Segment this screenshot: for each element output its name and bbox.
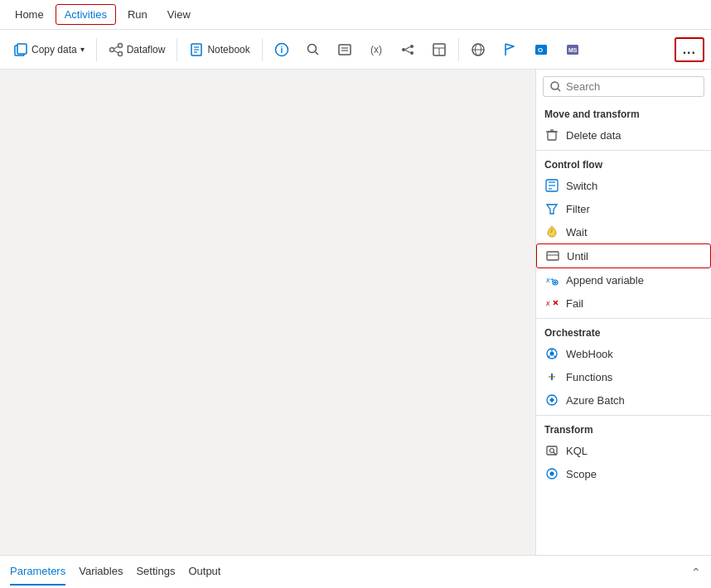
svg-text:x: x (545, 299, 550, 307)
outlook-icon: O (534, 42, 549, 57)
svg-text:MS: MS (568, 47, 578, 53)
pipeline-icon (400, 42, 415, 57)
dataflow-icon (109, 42, 123, 57)
svg-point-13 (307, 44, 316, 52)
menu-home[interactable]: Home (7, 5, 52, 24)
collapse-icon[interactable]: ⌃ (691, 566, 701, 579)
until-label: Until (567, 250, 588, 263)
tab-output[interactable]: Output (188, 558, 220, 586)
divider-orchestrate (536, 415, 711, 416)
svg-marker-43 (547, 205, 557, 214)
azure-batch-label: Azure Batch (566, 394, 625, 407)
menu-activities[interactable]: Activities (56, 4, 116, 25)
table-icon (432, 42, 447, 57)
flag-button[interactable] (496, 39, 524, 60)
tab-parameters[interactable]: Parameters (10, 558, 65, 586)
svg-point-2 (109, 47, 114, 51)
globe-icon (471, 42, 486, 57)
append-variable-icon: x+ (544, 272, 559, 287)
bottom-tabs: Parameters Variables Settings Output ⌃ (0, 555, 711, 588)
wait-label: Wait (566, 226, 588, 239)
section-control-flow-header: Control flow (536, 154, 711, 174)
search-toolbar-button[interactable] (299, 39, 327, 60)
svg-point-20 (410, 45, 414, 48)
info-button[interactable]: i (268, 39, 296, 60)
tab-variables[interactable]: Variables (79, 558, 123, 586)
svg-text:(x): (x) (370, 44, 382, 55)
svg-point-60 (550, 449, 554, 453)
azure-batch-icon (544, 393, 559, 407)
tab-settings[interactable]: Settings (136, 558, 175, 586)
menu-run[interactable]: Run (119, 5, 156, 24)
copy-data-icon (13, 42, 28, 57)
section-move-transform-header: Move and transform (536, 104, 711, 123)
dataflow-button[interactable]: Dataflow (102, 39, 172, 60)
activity-scope[interactable]: Scope (536, 462, 711, 485)
svg-line-14 (315, 51, 318, 55)
svg-rect-36 (548, 132, 556, 140)
globe-button[interactable] (464, 39, 492, 60)
svg-rect-15 (339, 45, 351, 55)
svg-text:O: O (538, 46, 543, 54)
delete-data-icon (544, 128, 559, 142)
svg-point-54 (550, 352, 554, 356)
toolbar: Copy data ▾ Dataflow Notebook (0, 30, 711, 70)
activity-append-variable[interactable]: x+ Append variable (536, 268, 711, 292)
divider-1 (96, 38, 97, 61)
divider-control-flow (536, 318, 711, 319)
menu-view[interactable]: View (159, 5, 199, 24)
teams-button[interactable]: MS (559, 39, 587, 60)
list-button[interactable] (331, 39, 359, 60)
switch-label: Switch (566, 180, 597, 192)
side-panel: Move and transform Delete data Control f… (535, 70, 711, 555)
delete-data-label: Delete data (566, 129, 622, 142)
notebook-button[interactable]: Notebook (182, 39, 256, 60)
divider-2 (177, 38, 177, 61)
wait-icon (544, 224, 559, 239)
activity-kql[interactable]: KQL (536, 439, 711, 462)
activity-until[interactable]: Until (536, 243, 711, 268)
svg-rect-44 (547, 252, 559, 260)
kql-icon (544, 443, 559, 458)
variables-button[interactable]: (x) (362, 39, 390, 60)
pipeline-button[interactable] (394, 39, 422, 60)
list-icon (337, 42, 352, 57)
menu-bar: Home Activities Run View (0, 0, 711, 30)
divider-4 (458, 38, 459, 61)
webhook-icon (544, 346, 559, 361)
activity-filter[interactable]: Filter (536, 197, 711, 220)
more-button[interactable]: ... (675, 37, 704, 62)
search-box (543, 76, 704, 97)
copy-data-button[interactable]: Copy data ▾ (7, 39, 91, 60)
dataflow-label: Dataflow (127, 44, 166, 55)
divider-move-transform (536, 150, 711, 151)
switch-icon (544, 178, 559, 193)
activity-webhook[interactable]: WebHook (536, 342, 711, 365)
activity-delete-data[interactable]: Delete data (536, 123, 711, 147)
outlook-button[interactable]: O (527, 39, 555, 60)
variables-icon: (x) (369, 42, 384, 57)
svg-text:i: i (280, 46, 283, 55)
svg-rect-1 (17, 44, 27, 54)
activity-fail[interactable]: x Fail (536, 292, 711, 315)
svg-point-4 (118, 51, 122, 55)
svg-point-63 (550, 472, 554, 476)
search-input[interactable] (566, 80, 697, 93)
flag-icon (502, 42, 517, 57)
table-button[interactable] (425, 39, 453, 60)
activity-functions[interactable]: Functions (536, 365, 711, 388)
activity-wait[interactable]: Wait (536, 220, 711, 243)
section-transform-header: Transform (536, 419, 711, 439)
canvas (0, 70, 535, 555)
append-variable-label: Append variable (566, 274, 644, 287)
functions-label: Functions (566, 371, 612, 383)
svg-line-6 (114, 51, 118, 53)
info-icon: i (274, 42, 289, 57)
scope-icon (544, 466, 559, 481)
kql-label: KQL (566, 445, 588, 457)
functions-icon (544, 369, 559, 384)
activity-switch[interactable]: Switch (536, 174, 711, 197)
svg-line-35 (558, 89, 560, 91)
activity-azure-batch[interactable]: Azure Batch (536, 388, 711, 412)
svg-line-23 (405, 50, 410, 52)
